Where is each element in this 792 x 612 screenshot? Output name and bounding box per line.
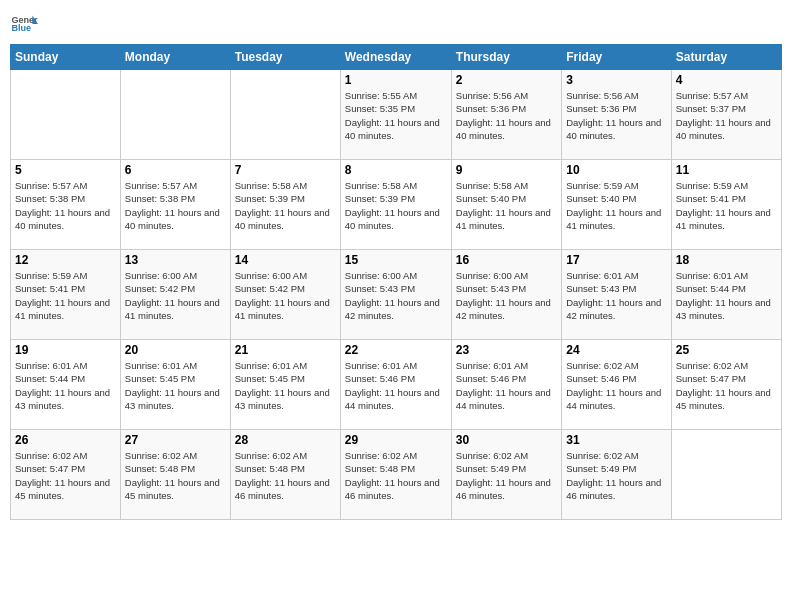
day-number: 30 bbox=[456, 433, 557, 447]
calendar-cell: 9Sunrise: 5:58 AMSunset: 5:40 PMDaylight… bbox=[451, 160, 561, 250]
day-header-friday: Friday bbox=[562, 45, 671, 70]
day-detail: Sunrise: 5:57 AMSunset: 5:37 PMDaylight:… bbox=[676, 89, 777, 142]
calendar-cell: 30Sunrise: 6:02 AMSunset: 5:49 PMDayligh… bbox=[451, 430, 561, 520]
logo: General Blue bbox=[10, 10, 40, 38]
day-header-sunday: Sunday bbox=[11, 45, 121, 70]
day-number: 1 bbox=[345, 73, 447, 87]
day-number: 14 bbox=[235, 253, 336, 267]
day-detail: Sunrise: 6:02 AMSunset: 5:48 PMDaylight:… bbox=[345, 449, 447, 502]
calendar-cell: 4Sunrise: 5:57 AMSunset: 5:37 PMDaylight… bbox=[671, 70, 781, 160]
calendar-cell: 10Sunrise: 5:59 AMSunset: 5:40 PMDayligh… bbox=[562, 160, 671, 250]
day-detail: Sunrise: 6:02 AMSunset: 5:47 PMDaylight:… bbox=[676, 359, 777, 412]
calendar-cell: 3Sunrise: 5:56 AMSunset: 5:36 PMDaylight… bbox=[562, 70, 671, 160]
day-number: 19 bbox=[15, 343, 116, 357]
day-header-thursday: Thursday bbox=[451, 45, 561, 70]
calendar-cell: 2Sunrise: 5:56 AMSunset: 5:36 PMDaylight… bbox=[451, 70, 561, 160]
calendar-cell: 21Sunrise: 6:01 AMSunset: 5:45 PMDayligh… bbox=[230, 340, 340, 430]
calendar-cell: 12Sunrise: 5:59 AMSunset: 5:41 PMDayligh… bbox=[11, 250, 121, 340]
day-detail: Sunrise: 6:02 AMSunset: 5:48 PMDaylight:… bbox=[235, 449, 336, 502]
day-detail: Sunrise: 6:00 AMSunset: 5:43 PMDaylight:… bbox=[456, 269, 557, 322]
day-number: 5 bbox=[15, 163, 116, 177]
day-detail: Sunrise: 6:01 AMSunset: 5:44 PMDaylight:… bbox=[676, 269, 777, 322]
calendar-cell: 26Sunrise: 6:02 AMSunset: 5:47 PMDayligh… bbox=[11, 430, 121, 520]
calendar-cell: 16Sunrise: 6:00 AMSunset: 5:43 PMDayligh… bbox=[451, 250, 561, 340]
svg-text:Blue: Blue bbox=[11, 23, 31, 33]
day-detail: Sunrise: 6:00 AMSunset: 5:42 PMDaylight:… bbox=[125, 269, 226, 322]
day-detail: Sunrise: 5:58 AMSunset: 5:39 PMDaylight:… bbox=[345, 179, 447, 232]
day-detail: Sunrise: 5:57 AMSunset: 5:38 PMDaylight:… bbox=[15, 179, 116, 232]
week-row-3: 12Sunrise: 5:59 AMSunset: 5:41 PMDayligh… bbox=[11, 250, 782, 340]
day-detail: Sunrise: 5:55 AMSunset: 5:35 PMDaylight:… bbox=[345, 89, 447, 142]
day-number: 26 bbox=[15, 433, 116, 447]
calendar-cell bbox=[671, 430, 781, 520]
day-number: 9 bbox=[456, 163, 557, 177]
day-number: 16 bbox=[456, 253, 557, 267]
day-number: 31 bbox=[566, 433, 666, 447]
week-row-5: 26Sunrise: 6:02 AMSunset: 5:47 PMDayligh… bbox=[11, 430, 782, 520]
calendar-table: SundayMondayTuesdayWednesdayThursdayFrid… bbox=[10, 44, 782, 520]
day-number: 20 bbox=[125, 343, 226, 357]
calendar-cell: 15Sunrise: 6:00 AMSunset: 5:43 PMDayligh… bbox=[340, 250, 451, 340]
day-number: 11 bbox=[676, 163, 777, 177]
day-detail: Sunrise: 5:59 AMSunset: 5:41 PMDaylight:… bbox=[15, 269, 116, 322]
day-detail: Sunrise: 6:01 AMSunset: 5:45 PMDaylight:… bbox=[125, 359, 226, 412]
week-row-2: 5Sunrise: 5:57 AMSunset: 5:38 PMDaylight… bbox=[11, 160, 782, 250]
calendar-cell: 28Sunrise: 6:02 AMSunset: 5:48 PMDayligh… bbox=[230, 430, 340, 520]
calendar-cell: 25Sunrise: 6:02 AMSunset: 5:47 PMDayligh… bbox=[671, 340, 781, 430]
calendar-cell bbox=[230, 70, 340, 160]
calendar-cell: 17Sunrise: 6:01 AMSunset: 5:43 PMDayligh… bbox=[562, 250, 671, 340]
day-detail: Sunrise: 6:01 AMSunset: 5:46 PMDaylight:… bbox=[345, 359, 447, 412]
calendar-cell: 7Sunrise: 5:58 AMSunset: 5:39 PMDaylight… bbox=[230, 160, 340, 250]
day-detail: Sunrise: 5:57 AMSunset: 5:38 PMDaylight:… bbox=[125, 179, 226, 232]
day-detail: Sunrise: 5:56 AMSunset: 5:36 PMDaylight:… bbox=[456, 89, 557, 142]
day-number: 29 bbox=[345, 433, 447, 447]
day-number: 24 bbox=[566, 343, 666, 357]
calendar-cell: 8Sunrise: 5:58 AMSunset: 5:39 PMDaylight… bbox=[340, 160, 451, 250]
days-header-row: SundayMondayTuesdayWednesdayThursdayFrid… bbox=[11, 45, 782, 70]
calendar-cell: 22Sunrise: 6:01 AMSunset: 5:46 PMDayligh… bbox=[340, 340, 451, 430]
day-number: 21 bbox=[235, 343, 336, 357]
week-row-4: 19Sunrise: 6:01 AMSunset: 5:44 PMDayligh… bbox=[11, 340, 782, 430]
day-number: 12 bbox=[15, 253, 116, 267]
day-number: 28 bbox=[235, 433, 336, 447]
calendar-cell: 29Sunrise: 6:02 AMSunset: 5:48 PMDayligh… bbox=[340, 430, 451, 520]
day-detail: Sunrise: 6:01 AMSunset: 5:45 PMDaylight:… bbox=[235, 359, 336, 412]
day-detail: Sunrise: 5:59 AMSunset: 5:40 PMDaylight:… bbox=[566, 179, 666, 232]
day-number: 2 bbox=[456, 73, 557, 87]
day-header-monday: Monday bbox=[120, 45, 230, 70]
day-detail: Sunrise: 6:01 AMSunset: 5:43 PMDaylight:… bbox=[566, 269, 666, 322]
day-number: 22 bbox=[345, 343, 447, 357]
day-detail: Sunrise: 5:58 AMSunset: 5:39 PMDaylight:… bbox=[235, 179, 336, 232]
day-detail: Sunrise: 6:01 AMSunset: 5:44 PMDaylight:… bbox=[15, 359, 116, 412]
day-header-wednesday: Wednesday bbox=[340, 45, 451, 70]
calendar-cell: 20Sunrise: 6:01 AMSunset: 5:45 PMDayligh… bbox=[120, 340, 230, 430]
day-detail: Sunrise: 6:01 AMSunset: 5:46 PMDaylight:… bbox=[456, 359, 557, 412]
calendar-cell: 14Sunrise: 6:00 AMSunset: 5:42 PMDayligh… bbox=[230, 250, 340, 340]
day-detail: Sunrise: 6:02 AMSunset: 5:49 PMDaylight:… bbox=[456, 449, 557, 502]
day-header-saturday: Saturday bbox=[671, 45, 781, 70]
calendar-cell bbox=[120, 70, 230, 160]
day-number: 6 bbox=[125, 163, 226, 177]
calendar-cell: 23Sunrise: 6:01 AMSunset: 5:46 PMDayligh… bbox=[451, 340, 561, 430]
day-number: 27 bbox=[125, 433, 226, 447]
calendar-cell: 11Sunrise: 5:59 AMSunset: 5:41 PMDayligh… bbox=[671, 160, 781, 250]
calendar-cell: 5Sunrise: 5:57 AMSunset: 5:38 PMDaylight… bbox=[11, 160, 121, 250]
day-number: 25 bbox=[676, 343, 777, 357]
day-detail: Sunrise: 5:58 AMSunset: 5:40 PMDaylight:… bbox=[456, 179, 557, 232]
day-detail: Sunrise: 6:02 AMSunset: 5:47 PMDaylight:… bbox=[15, 449, 116, 502]
day-number: 15 bbox=[345, 253, 447, 267]
day-detail: Sunrise: 5:56 AMSunset: 5:36 PMDaylight:… bbox=[566, 89, 666, 142]
day-number: 23 bbox=[456, 343, 557, 357]
day-detail: Sunrise: 6:02 AMSunset: 5:48 PMDaylight:… bbox=[125, 449, 226, 502]
calendar-cell bbox=[11, 70, 121, 160]
day-number: 7 bbox=[235, 163, 336, 177]
day-detail: Sunrise: 6:00 AMSunset: 5:43 PMDaylight:… bbox=[345, 269, 447, 322]
calendar-cell: 31Sunrise: 6:02 AMSunset: 5:49 PMDayligh… bbox=[562, 430, 671, 520]
calendar-cell: 1Sunrise: 5:55 AMSunset: 5:35 PMDaylight… bbox=[340, 70, 451, 160]
day-number: 17 bbox=[566, 253, 666, 267]
day-number: 4 bbox=[676, 73, 777, 87]
week-row-1: 1Sunrise: 5:55 AMSunset: 5:35 PMDaylight… bbox=[11, 70, 782, 160]
calendar-cell: 13Sunrise: 6:00 AMSunset: 5:42 PMDayligh… bbox=[120, 250, 230, 340]
day-detail: Sunrise: 6:00 AMSunset: 5:42 PMDaylight:… bbox=[235, 269, 336, 322]
day-detail: Sunrise: 6:02 AMSunset: 5:46 PMDaylight:… bbox=[566, 359, 666, 412]
